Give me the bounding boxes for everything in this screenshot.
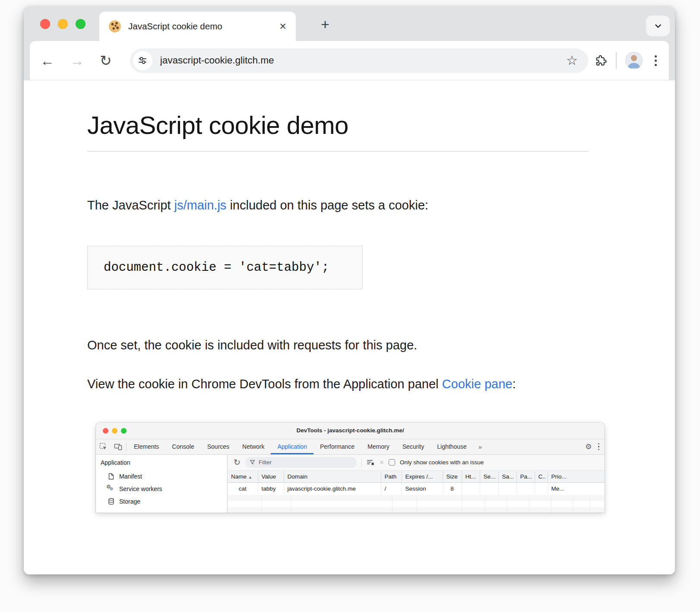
sidebar-item-manifest[interactable]: Manifest	[96, 470, 227, 483]
only-issue-label: Only show cookies with an issue	[400, 459, 484, 466]
devtools-screenshot: DevTools - javascript-cookie.glitch.me/	[96, 422, 605, 513]
window-controls	[40, 19, 86, 29]
storage-database-icon	[107, 498, 115, 505]
cookie-row[interactable]: cat tabby javascript-cookie.glitch.me / …	[228, 482, 605, 495]
cell-partition[interactable]	[516, 482, 535, 495]
forward-button[interactable]: →	[70, 54, 84, 68]
cell-priority[interactable]: Me...	[548, 482, 605, 495]
devtools-tab-security[interactable]: Security	[396, 439, 431, 454]
profile-avatar[interactable]	[625, 52, 643, 69]
sort-asc-icon: ▲	[248, 475, 252, 479]
toolbar-divider	[616, 52, 617, 69]
devtools-tab-performance[interactable]: Performance	[314, 439, 361, 454]
devtools-tab-console[interactable]: Console	[165, 439, 200, 454]
sidebar-item-service-workers[interactable]: ⚙ ⚙ Service workers	[96, 483, 227, 495]
close-tab-icon[interactable]: ×	[279, 21, 286, 32]
devtools-tab-lighthouse[interactable]: Lighthouse	[431, 439, 473, 454]
devtools-close-button	[103, 428, 108, 434]
manifest-file-icon	[107, 473, 115, 480]
col-c[interactable]: C..	[535, 471, 548, 483]
cookies-table: Name▲ Value Domain Path Expires /... Siz…	[228, 471, 605, 495]
col-size[interactable]: Size	[443, 471, 462, 483]
filter-placeholder: Filter	[259, 459, 272, 466]
table-header-row: Name▲ Value Domain Path Expires /... Siz…	[228, 471, 605, 483]
clear-all-cookies-icon[interactable]	[367, 459, 375, 466]
cookie-pane-link[interactable]: Cookie pane	[442, 377, 513, 391]
devtools-window-controls	[103, 428, 127, 434]
toolbar-band: ← → ↻ javascript-cookie.glitch.me ☆	[24, 41, 675, 80]
cookies-toolbar: ↻ Filter	[228, 455, 605, 471]
more-tabs-button[interactable]: »	[473, 439, 487, 454]
devtools-tab-application[interactable]: Application	[271, 439, 314, 454]
col-domain[interactable]: Domain	[284, 471, 381, 483]
delete-selected-icon[interactable]: ×	[380, 459, 384, 466]
page-title: JavaScript cookie demo	[87, 111, 591, 140]
reload-button[interactable]: ↻	[100, 54, 112, 68]
col-secure[interactable]: Se...	[480, 471, 498, 483]
heading-rule	[87, 151, 588, 152]
cell-secure[interactable]	[480, 482, 498, 495]
inspect-cursor-icon	[99, 443, 107, 450]
web-page: JavaScript cookie demo The JavaScript js…	[24, 80, 675, 574]
browser-tab[interactable]: JavaScript cookie demo ×	[99, 12, 296, 41]
devtools-titlebar: DevTools - javascript-cookie.glitch.me/	[96, 422, 605, 439]
paragraph-text: :	[512, 377, 516, 391]
back-button[interactable]: ←	[40, 54, 54, 68]
cell-value[interactable]: tabby	[258, 482, 284, 495]
cell-samesite[interactable]	[498, 482, 516, 495]
devtools-tab-network[interactable]: Network	[236, 439, 271, 454]
cookie-filter-input[interactable]: Filter	[245, 457, 357, 468]
url-text[interactable]: javascript-cookie.glitch.me	[160, 55, 566, 66]
refresh-cookies-icon[interactable]: ↻	[234, 458, 241, 466]
code-block: document.cookie = 'cat=tabby';	[87, 246, 363, 289]
tune-icon	[137, 55, 148, 66]
inspect-element-button[interactable]	[96, 439, 111, 454]
cell-httponly[interactable]	[462, 482, 480, 495]
extensions-puzzle-icon[interactable]	[595, 54, 607, 67]
main-js-link[interactable]: js/main.js	[174, 198, 226, 212]
devtools-tab-sources[interactable]: Sources	[201, 439, 236, 454]
cell-expires[interactable]: Session	[402, 482, 443, 495]
address-bar[interactable]: javascript-cookie.glitch.me ☆	[130, 48, 588, 73]
sidebar-item-label: Storage	[119, 498, 140, 505]
site-settings-button[interactable]	[133, 51, 152, 70]
device-toolbar-icon	[114, 443, 122, 450]
bookmark-star-icon[interactable]: ☆	[566, 54, 578, 67]
devtools-tab-elements[interactable]: Elements	[127, 439, 165, 454]
sidebar-header-application: Application	[96, 455, 227, 470]
col-priority[interactable]: Prio...	[548, 471, 605, 483]
toolbar-right	[595, 52, 659, 69]
paragraph-view-cookie: View the cookie in Chrome DevTools from …	[87, 373, 519, 396]
col-httponly[interactable]: Ht...	[462, 471, 480, 483]
sidebar-item-storage[interactable]: Storage	[96, 495, 227, 508]
sidebar-item-label: Manifest	[119, 473, 142, 480]
cell-name[interactable]: cat	[228, 482, 258, 495]
close-window-button[interactable]	[40, 19, 50, 29]
cell-c[interactable]	[535, 482, 548, 495]
col-partition[interactable]: Pa...	[516, 471, 535, 483]
devtools-window-title: DevTools - javascript-cookie.glitch.me/	[297, 427, 404, 434]
empty-table-stripe	[228, 507, 605, 513]
cell-path[interactable]: /	[381, 482, 402, 495]
paragraph-sets-cookie: The JavaScript js/main.js included on th…	[87, 198, 591, 212]
cell-domain[interactable]: javascript-cookie.glitch.me	[284, 482, 381, 495]
col-value[interactable]: Value	[258, 471, 284, 483]
new-tab-button[interactable]: +	[314, 13, 336, 35]
devtools-tab-memory[interactable]: Memory	[361, 439, 396, 454]
only-issue-checkbox[interactable]	[389, 459, 395, 466]
browser-menu-button[interactable]	[653, 54, 659, 68]
toolbar-divider	[361, 458, 362, 467]
device-toolbar-button[interactable]	[111, 439, 125, 454]
minimize-window-button[interactable]	[58, 19, 68, 29]
col-samesite[interactable]: Sa...	[498, 471, 516, 483]
cell-size[interactable]: 8	[443, 482, 462, 495]
devtools-menu-button[interactable]	[595, 439, 605, 454]
col-expires[interactable]: Expires /...	[402, 471, 443, 483]
devtools-zoom-button	[121, 428, 127, 434]
tab-search-button[interactable]	[646, 16, 670, 36]
zoom-window-button[interactable]	[76, 19, 86, 29]
devtools-settings-gear-icon[interactable]: ⚙	[582, 439, 595, 454]
col-name[interactable]: Name▲	[228, 471, 258, 483]
col-path[interactable]: Path	[381, 471, 402, 483]
application-sidebar: Application Manifest ⚙ ⚙	[96, 455, 228, 513]
